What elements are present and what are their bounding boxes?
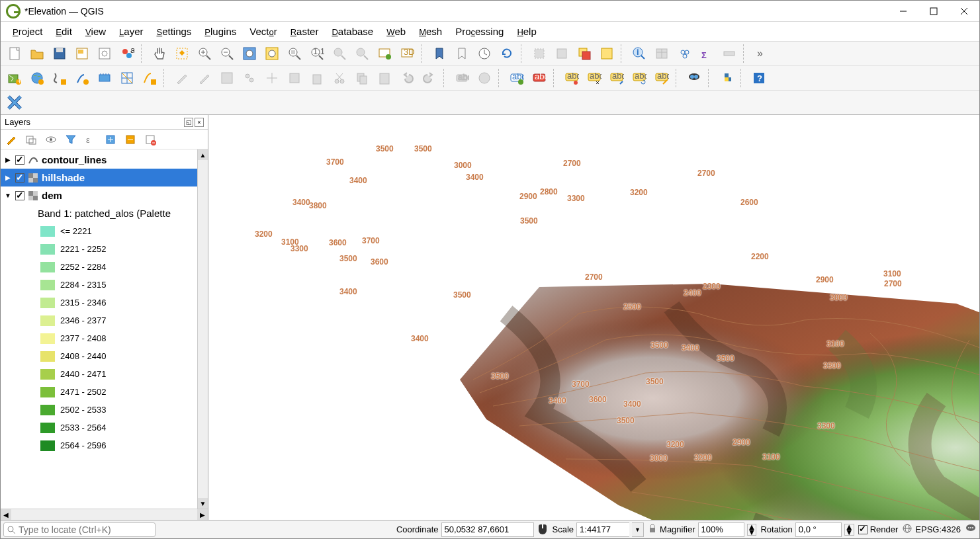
menu-raster[interactable]: Raster [284, 23, 326, 40]
refresh-icon[interactable] [497, 44, 517, 63]
cut-icon[interactable] [330, 68, 349, 88]
add-vector-layer-icon[interactable]: + [5, 68, 24, 88]
layer-checkbox[interactable] [15, 173, 24, 183]
plugin-x-icon[interactable] [5, 93, 24, 112]
maximize-button[interactable] [918, 1, 949, 22]
menu-mesh[interactable]: Mesh [412, 23, 449, 40]
menu-web[interactable]: Web [380, 23, 412, 40]
rotation-field[interactable]: 0,0 ° [795, 522, 842, 537]
new-mesh-layer-icon[interactable] [117, 68, 137, 88]
label-tool-icon[interactable]: abc [452, 68, 472, 88]
toggle-editing-icon[interactable] [195, 68, 214, 88]
close-button[interactable] [949, 1, 979, 22]
messages-icon[interactable] [965, 522, 977, 536]
lock-icon[interactable] [648, 524, 657, 535]
zoom-next-icon[interactable] [352, 44, 372, 63]
menu-view[interactable]: View [79, 23, 112, 40]
new-bookmark-icon[interactable] [429, 44, 449, 63]
show-bookmarks-icon[interactable] [452, 44, 472, 63]
undo-icon[interactable] [397, 68, 417, 88]
add-group-icon[interactable] [23, 132, 39, 147]
pan-icon[interactable] [150, 44, 169, 63]
move-feature-icon[interactable] [262, 68, 282, 88]
zoom-layer-icon[interactable] [285, 44, 304, 63]
temporal-controller-icon[interactable] [474, 44, 494, 63]
statistics-icon[interactable]: Σ [697, 44, 717, 63]
new-shapefile-icon[interactable] [50, 68, 69, 88]
delete-selected-icon[interactable] [307, 68, 327, 88]
menu-settings[interactable]: Settings [150, 23, 198, 40]
panel-close-icon[interactable]: × [195, 118, 204, 127]
menu-layer[interactable]: Layer [112, 23, 150, 40]
expand-all-icon[interactable] [103, 132, 118, 147]
add-feature-icon[interactable] [240, 68, 259, 88]
collapse-all-icon[interactable] [122, 132, 138, 147]
label-toolbar-2-icon[interactable]: abc [529, 68, 549, 88]
zoom-out-icon[interactable] [217, 44, 237, 63]
new-geopackage-icon[interactable] [72, 68, 92, 88]
save-project-icon[interactable] [50, 44, 69, 63]
field-calc-icon[interactable] [674, 44, 694, 63]
magnifier-spinner[interactable]: ▲▼ [747, 524, 757, 536]
select-all-icon[interactable] [597, 44, 617, 63]
open-project-icon[interactable] [27, 44, 47, 63]
diagram-tool-icon[interactable] [474, 68, 494, 88]
new-project-icon[interactable] [5, 44, 24, 63]
layers-tree[interactable]: ▲▼ ▶contour_lines▶hillshade▼demBand 1: p… [1, 149, 208, 509]
magnifier-field[interactable]: 100% [698, 522, 744, 537]
node-tool-icon[interactable] [285, 68, 304, 88]
select-value-icon[interactable] [552, 44, 572, 63]
mouse-toggle-icon[interactable] [537, 522, 549, 536]
label-move-icon[interactable]: abc [607, 68, 627, 88]
minimize-button[interactable] [888, 1, 918, 22]
crs-label[interactable]: EPSG:4326 [915, 524, 961, 534]
deselect-all-icon[interactable] [574, 44, 594, 63]
zoom-in-icon[interactable] [195, 44, 214, 63]
layers-hscroll[interactable]: ◀▶ [1, 509, 208, 520]
rotation-spinner[interactable]: ▲▼ [844, 524, 854, 536]
expander-icon[interactable]: ▶ [3, 156, 13, 163]
locator[interactable] [3, 522, 156, 537]
select-rect-icon[interactable] [529, 44, 549, 63]
toolbar-overflow-icon[interactable]: » [752, 48, 768, 60]
label-show-icon[interactable]: abc [584, 68, 604, 88]
menu-help[interactable]: Help [510, 23, 543, 40]
scale-field[interactable]: 1:44177 [576, 522, 629, 537]
redo-icon[interactable] [420, 68, 439, 88]
menu-vector[interactable]: Vector [243, 23, 283, 40]
style-manager-icon[interactable]: a [117, 44, 137, 63]
paste-icon[interactable] [375, 68, 394, 88]
layer-styling-icon[interactable] [3, 132, 19, 147]
attribute-table-icon[interactable] [652, 44, 672, 63]
panel-undock-icon[interactable]: ◱ [184, 118, 193, 127]
remove-layer-icon[interactable] [142, 132, 158, 147]
add-raster-layer-icon[interactable] [27, 68, 47, 88]
label-rotate-icon[interactable]: abc [629, 68, 649, 88]
layer-row-contour_lines[interactable]: ▶contour_lines [1, 151, 208, 169]
zoom-native-icon[interactable]: 1:1 [307, 44, 327, 63]
menu-plugins[interactable]: Plugins [198, 23, 243, 40]
measure-icon[interactable] [719, 44, 739, 63]
expression-filter-icon[interactable]: ε [83, 132, 99, 147]
coordinate-field[interactable]: 50,0532 87,6601 [441, 522, 534, 537]
new-3d-view-icon[interactable]: 3D [397, 44, 417, 63]
pan-to-selection-icon[interactable] [172, 44, 192, 63]
layers-vscroll[interactable]: ▲▼ [197, 149, 208, 509]
zoom-full-icon[interactable] [240, 44, 259, 63]
layer-row-dem[interactable]: ▼dem [1, 187, 208, 204]
zoom-last-icon[interactable] [330, 44, 349, 63]
render-checkbox[interactable] [858, 525, 868, 534]
layer-checkbox[interactable] [15, 155, 24, 165]
identify-icon[interactable]: i [629, 44, 649, 63]
menu-processing[interactable]: Processing [449, 23, 510, 40]
zoom-selection-icon[interactable] [262, 44, 282, 63]
current-edits-icon[interactable] [172, 68, 192, 88]
new-virtual-layer-icon[interactable] [140, 68, 159, 88]
new-map-view-icon[interactable] [375, 44, 394, 63]
manage-visibility-icon[interactable] [43, 132, 59, 147]
label-toolbar-1-icon[interactable]: abc [507, 68, 527, 88]
menu-project[interactable]: Project [6, 23, 49, 40]
menu-edit[interactable]: Edit [49, 23, 79, 40]
layout-manager-icon[interactable] [72, 44, 92, 63]
scale-dropdown-icon[interactable]: ▼ [632, 522, 644, 537]
